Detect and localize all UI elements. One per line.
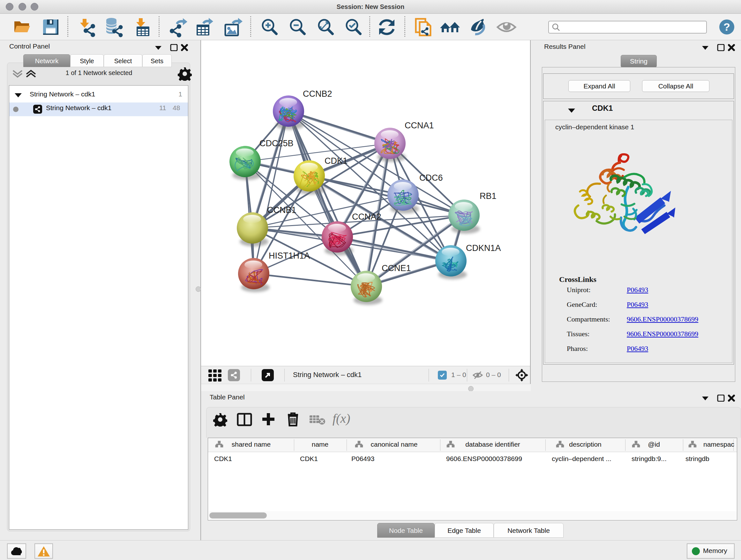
svg-text:CCNA1: CCNA1 [405,121,434,130]
svg-text:CDK1: CDK1 [325,156,347,166]
svg-text:CDC25B: CDC25B [259,138,293,148]
svg-text:CCNE1: CCNE1 [382,263,411,273]
svg-text:CCNA2: CCNA2 [352,212,381,222]
svg-text:CCNB1: CCNB1 [267,205,296,215]
svg-text:CDC6: CDC6 [419,173,443,183]
svg-text:RB1: RB1 [480,191,496,201]
svg-text:CDKN1A: CDKN1A [466,243,501,253]
svg-text:HIST1H1A: HIST1H1A [269,251,310,260]
svg-text:CCNB2: CCNB2 [303,89,332,99]
